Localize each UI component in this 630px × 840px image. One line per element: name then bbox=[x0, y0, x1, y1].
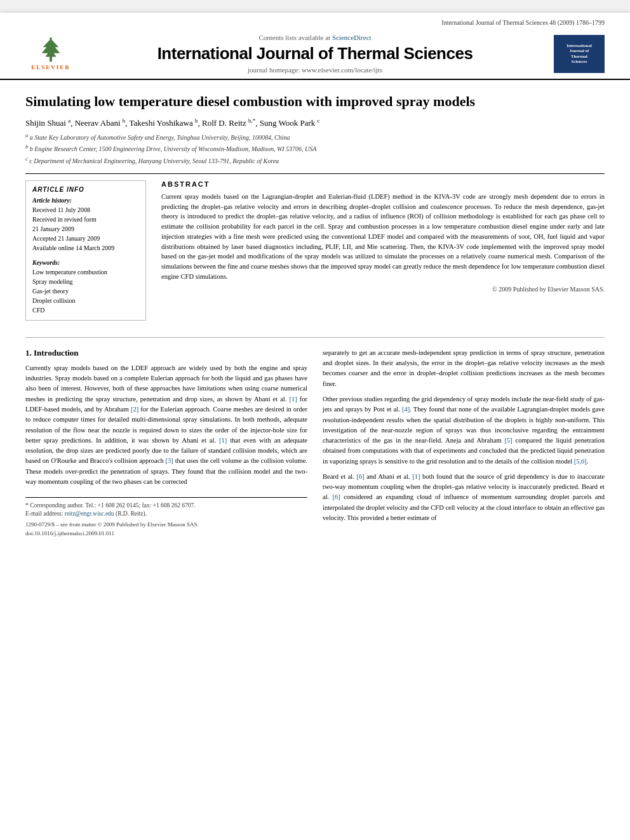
info-abstract-section: Article Info Article history: Received 1… bbox=[25, 180, 605, 327]
intro-para-right-3: Beard et al. [6] and Abani et al. [1] bo… bbox=[323, 472, 605, 523]
corner-logo-text: International Journal of Thermal Science… bbox=[566, 43, 592, 65]
email-address: reitz@engr.wisc.edu bbox=[65, 510, 114, 517]
intro-para-right-1: separately to get an accurate mesh-indep… bbox=[323, 348, 605, 389]
journal-center: Contents lists available at ScienceDirec… bbox=[76, 34, 554, 74]
article-info-box: Article Info Article history: Received 1… bbox=[25, 180, 146, 321]
footnote-email: E-mail address: reitz@engr.wisc.edu (R.D… bbox=[25, 510, 307, 518]
introduction-section: 1. Introduction Currently spray models b… bbox=[25, 348, 605, 537]
journal-title: International Journal of Thermal Science… bbox=[76, 44, 554, 63]
affiliation-a: a a State Key Laboratory of Automotive S… bbox=[25, 132, 605, 142]
affiliation-b: b b Engine Research Center, 1500 Enginee… bbox=[25, 143, 605, 154]
journal-header: International Journal of Thermal Science… bbox=[0, 13, 630, 80]
keyword-5: CFD bbox=[32, 305, 139, 315]
sciencedirect-link: Contents lists available at ScienceDirec… bbox=[76, 34, 554, 41]
intro-heading: 1. Introduction bbox=[25, 348, 307, 358]
journal-citation: International Journal of Thermal Science… bbox=[25, 19, 605, 29]
email-suffix: (R.D. Reitz). bbox=[116, 510, 147, 517]
copyright: © 2009 Published by Elsevier Masson SAS. bbox=[161, 286, 605, 293]
journal-logo-area: ELSEVIER Contents lists available at Sci… bbox=[25, 29, 605, 79]
keyword-1: Low temperature combustion bbox=[32, 267, 139, 277]
journal-homepage: journal homepage: www.elsevier.com/locat… bbox=[76, 66, 554, 74]
affiliation-c: c c Department of Mechanical Engineering… bbox=[25, 156, 605, 166]
article-title: Simulating low temperature diesel combus… bbox=[25, 93, 605, 111]
keyword-2: Spray modeling bbox=[32, 277, 139, 286]
elsevier-logo: ELSEVIER bbox=[25, 35, 76, 73]
issn-line: 1290-0729/$ – see front matter © 2009 Pu… bbox=[25, 521, 307, 528]
abstract-label: Abstract bbox=[161, 180, 605, 188]
article-info-title: Article Info bbox=[32, 186, 139, 193]
keyword-3: Gas-jet theory bbox=[32, 286, 139, 296]
email-label: E-mail address: bbox=[25, 510, 63, 517]
keywords-label: Keywords: bbox=[32, 258, 139, 267]
elsevier-wordmark: ELSEVIER bbox=[31, 64, 70, 70]
authors: Shijin Shuai a, Neerav Abani b, Takeshi … bbox=[25, 117, 605, 128]
svg-marker-1 bbox=[42, 38, 60, 57]
intro-left-col: 1. Introduction Currently spray models b… bbox=[25, 348, 307, 537]
keywords-section: Keywords: Low temperature combustion Spr… bbox=[32, 258, 139, 315]
intro-para-1: Currently spray models based on the LDEF… bbox=[25, 363, 307, 487]
section-divider bbox=[25, 337, 605, 338]
page: International Journal of Thermal Science… bbox=[0, 13, 630, 840]
doi-line: doi:10.1016/j.ijthermalsci.2009.01.011 bbox=[25, 530, 307, 537]
intro-para-right-2: Other previous studies regarding the gri… bbox=[323, 394, 605, 467]
svg-point-2 bbox=[50, 37, 52, 40]
main-content: Simulating low temperature diesel combus… bbox=[0, 80, 630, 549]
keyword-4: Droplet collision bbox=[32, 296, 139, 305]
affil-divider bbox=[25, 173, 605, 174]
abstract-text: Current spray models based on the Lagran… bbox=[161, 192, 605, 282]
article-info-column: Article Info Article history: Received 1… bbox=[25, 180, 146, 327]
journal-corner-logo: International Journal of Thermal Science… bbox=[554, 35, 605, 73]
footnote-area: * Corresponding author. Tel.: +1 608 262… bbox=[25, 497, 307, 537]
article-history: Article history: Received 11 July 2008 R… bbox=[32, 196, 139, 253]
intro-right-col: separately to get an accurate mesh-indep… bbox=[323, 348, 605, 537]
footnote-corresponding: * Corresponding author. Tel.: +1 608 262… bbox=[25, 502, 307, 510]
abstract-column: Abstract Current spray models based on t… bbox=[161, 180, 605, 327]
